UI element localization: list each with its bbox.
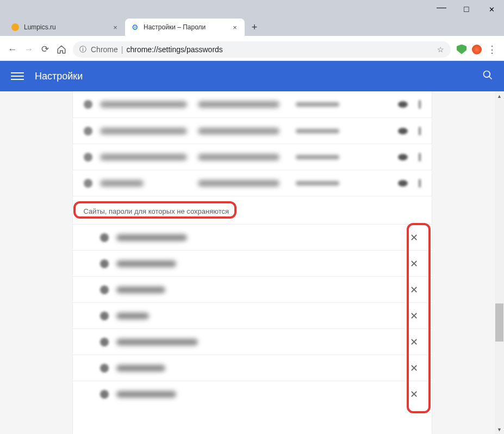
browser-menu-button[interactable]: ⋮ xyxy=(484,42,500,57)
password-row[interactable] xyxy=(73,91,432,117)
site-favicon-icon xyxy=(100,259,109,268)
tab-strip: Lumpics.ru × ⚙ Настройки – Пароли × + xyxy=(0,16,504,36)
site-favicon-icon xyxy=(100,364,109,373)
settings-content: Сайты, пароли для которых не сохраняются… xyxy=(0,91,504,434)
password-masked xyxy=(296,155,339,159)
password-masked xyxy=(296,181,339,185)
url-scheme-label: Chrome xyxy=(91,45,118,54)
never-save-row[interactable]: ✕ xyxy=(73,276,432,302)
row-menu-icon[interactable] xyxy=(419,127,421,135)
home-icon xyxy=(57,45,66,54)
site-favicon-icon xyxy=(84,100,92,109)
scroll-down-icon[interactable]: ▼ xyxy=(495,425,504,434)
show-password-icon[interactable] xyxy=(398,154,408,160)
svg-line-1 xyxy=(489,76,492,79)
remove-x-icon[interactable]: ✕ xyxy=(408,232,421,244)
show-password-icon[interactable] xyxy=(398,128,408,134)
site-name xyxy=(100,101,187,108)
scroll-thumb[interactable] xyxy=(495,303,503,342)
password-row[interactable] xyxy=(73,117,432,144)
password-row[interactable] xyxy=(73,170,432,196)
site-favicon-icon xyxy=(100,338,109,346)
row-menu-icon[interactable] xyxy=(419,179,421,188)
remove-x-icon[interactable]: ✕ xyxy=(408,258,421,270)
back-button[interactable]: ← xyxy=(4,41,21,58)
favicon-gear-icon: ⚙ xyxy=(130,23,139,32)
password-row[interactable] xyxy=(73,144,432,170)
site-favicon-icon xyxy=(84,179,92,188)
show-password-icon[interactable] xyxy=(398,180,408,187)
site-name xyxy=(116,234,187,241)
reload-button[interactable]: ⟳ xyxy=(37,41,53,58)
site-favicon-icon xyxy=(100,312,109,320)
remove-x-icon[interactable]: ✕ xyxy=(408,388,421,400)
never-save-row[interactable]: ✕ xyxy=(73,381,432,407)
site-favicon-icon xyxy=(100,233,109,242)
site-favicon-icon xyxy=(100,286,109,294)
site-name xyxy=(100,128,187,134)
remove-x-icon[interactable]: ✕ xyxy=(408,284,421,296)
svg-point-0 xyxy=(484,71,490,77)
site-favicon-icon xyxy=(100,390,109,399)
site-favicon-icon xyxy=(84,153,92,162)
password-masked xyxy=(296,129,339,133)
site-name xyxy=(116,287,165,293)
tab-settings-passwords[interactable]: ⚙ Настройки – Пароли × xyxy=(125,18,245,36)
never-save-row[interactable]: ✕ xyxy=(73,302,432,328)
vertical-scrollbar[interactable]: ▲ ▼ xyxy=(495,91,504,434)
extension-shield-icon[interactable] xyxy=(454,42,469,57)
passwords-card: Сайты, пароли для которых не сохраняются… xyxy=(73,91,432,434)
tab-close-icon[interactable]: × xyxy=(111,23,120,32)
address-bar[interactable]: ⓘ Chrome | chrome://settings/passwords ☆ xyxy=(73,41,451,58)
username xyxy=(198,128,279,134)
window-maximize-button[interactable]: ☐ xyxy=(454,0,479,18)
favicon-orange-icon xyxy=(11,23,20,32)
tab-close-icon[interactable]: × xyxy=(231,23,239,32)
site-name xyxy=(116,339,198,345)
never-save-row[interactable]: ✕ xyxy=(73,328,432,355)
search-icon[interactable] xyxy=(482,70,493,83)
tab-lumpics[interactable]: Lumpics.ru × xyxy=(5,18,125,36)
site-name xyxy=(100,180,144,187)
row-menu-icon[interactable] xyxy=(419,100,421,109)
bookmark-star-icon[interactable]: ☆ xyxy=(437,45,444,54)
tab-title: Настройки – Пароли xyxy=(144,23,231,31)
remove-x-icon[interactable]: ✕ xyxy=(408,336,421,348)
never-save-row[interactable]: ✕ xyxy=(73,224,432,250)
new-tab-button[interactable]: + xyxy=(247,20,262,35)
home-button[interactable] xyxy=(53,41,70,58)
extension-orange-icon[interactable] xyxy=(469,42,484,57)
site-name xyxy=(116,261,176,267)
site-name xyxy=(116,313,149,319)
site-name xyxy=(116,391,176,398)
remove-x-icon[interactable]: ✕ xyxy=(408,362,421,374)
url-text: chrome://settings/passwords xyxy=(126,45,222,54)
show-password-icon[interactable] xyxy=(398,101,408,108)
site-favicon-icon xyxy=(84,127,92,135)
forward-button[interactable]: → xyxy=(21,41,37,58)
never-saved-heading: Сайты, пароли для которых не сохраняются xyxy=(73,196,432,224)
site-name xyxy=(116,365,165,371)
tab-title: Lumpics.ru xyxy=(24,23,111,31)
browser-toolbar: ← → ⟳ ⓘ Chrome | chrome://settings/passw… xyxy=(0,38,504,61)
site-info-icon[interactable]: ⓘ xyxy=(79,45,86,54)
never-save-row[interactable]: ✕ xyxy=(73,355,432,381)
username xyxy=(198,180,279,187)
window-minimize-button[interactable]: — xyxy=(429,0,454,18)
menu-hamburger-icon[interactable] xyxy=(11,70,24,83)
username xyxy=(198,154,279,160)
window-close-button[interactable]: ✕ xyxy=(479,0,504,18)
settings-header: Настройки xyxy=(0,61,504,91)
password-masked xyxy=(296,102,339,107)
scroll-up-icon[interactable]: ▲ xyxy=(495,91,504,101)
settings-title: Настройки xyxy=(35,71,482,82)
row-menu-icon[interactable] xyxy=(419,153,421,162)
never-save-row[interactable]: ✕ xyxy=(73,250,432,276)
username xyxy=(198,101,279,108)
site-name xyxy=(100,154,187,160)
remove-x-icon[interactable]: ✕ xyxy=(408,310,421,322)
window-titlebar: — ☐ ✕ xyxy=(0,0,504,18)
